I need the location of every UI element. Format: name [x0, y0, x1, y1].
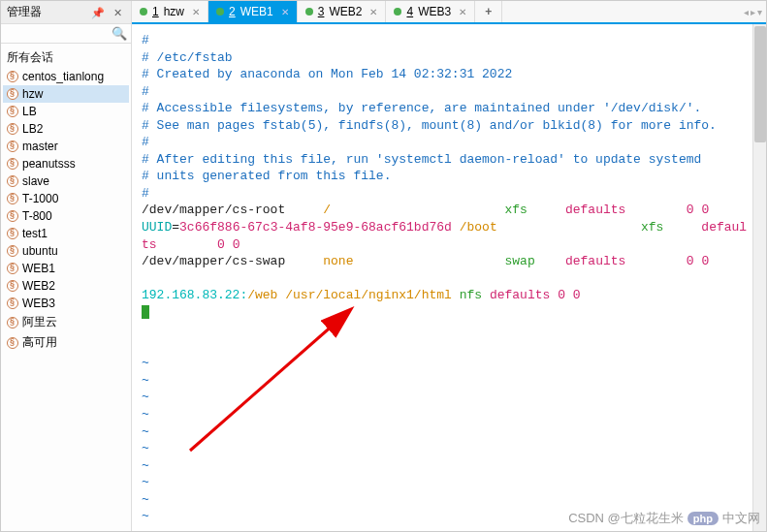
tilde-line: ~: [142, 424, 149, 439]
root-defaults: defaults: [565, 203, 625, 217]
search-row: 🔍: [1, 24, 131, 44]
nfs-ip: 192.168.83.22:: [142, 288, 247, 302]
host-icon: [7, 158, 18, 170]
boot-defaults: defaul: [701, 220, 747, 235]
sidebar-item-label: LB2: [22, 122, 43, 136]
host-icon: [7, 106, 18, 117]
sidebar-item[interactable]: ubuntu: [3, 242, 129, 260]
swap-fs: swap: [505, 254, 535, 268]
swap-dump: 0: [687, 254, 694, 268]
sidebar-item[interactable]: T-1000: [3, 190, 129, 207]
tab-bar: 1 hzw✕2 WEB1✕3 WEB2✕4 WEB3✕ + ◂ ▸ ▾: [132, 1, 766, 24]
sidebar-item-label: test1: [22, 227, 48, 240]
host-icon: [7, 123, 18, 135]
root-device: /dev/mapper/cs-root: [142, 203, 285, 217]
sidebar-item[interactable]: WEB1: [3, 260, 129, 277]
sidebar-item[interactable]: WEB2: [3, 277, 129, 295]
sidebar-item-label: T-800: [22, 209, 52, 223]
sidebar-item[interactable]: hzw: [3, 85, 129, 103]
boot-dump: 0: [217, 237, 225, 252]
status-dot-icon: [140, 8, 147, 16]
terminal-scrollbar[interactable]: [752, 24, 766, 531]
host-icon: [7, 280, 18, 292]
root-mount: /: [323, 203, 331, 217]
tab-label: WEB1: [240, 5, 273, 18]
session-sidebar: 管理器 📌 ✕ 🔍 所有会话 centos_tianlonghzwLBLB2ma…: [1, 1, 132, 531]
tilde-line: ~: [142, 441, 149, 455]
swap-pass: 0: [701, 254, 709, 268]
tab-close-icon[interactable]: ✕: [278, 7, 289, 17]
comment-line: # See man pages fstab(5), findfs(8), mou…: [142, 118, 717, 133]
sidebar-item[interactable]: peanutsss: [3, 155, 129, 172]
status-dot-icon: [216, 8, 224, 16]
sidebar-item-label: centos_tianlong: [22, 70, 104, 83]
comment-line: #: [142, 186, 149, 201]
sidebar-item-label: 高可用: [22, 334, 57, 351]
sidebar-item-label: T-1000: [22, 192, 58, 205]
tab-number: 3: [318, 5, 325, 18]
terminal-view[interactable]: # # /etc/fstab # Created by anaconda on …: [132, 24, 766, 531]
tab-close-icon[interactable]: ✕: [456, 7, 466, 17]
tab-close-icon[interactable]: ✕: [189, 7, 200, 17]
sidebar-item[interactable]: slave: [3, 172, 129, 190]
sidebar-item-label: 阿里云: [22, 314, 57, 330]
tilde-line: ~: [142, 492, 149, 507]
sidebar-item[interactable]: master: [3, 138, 129, 155]
cn-watermark: 中文网: [722, 510, 760, 527]
tilde-line: ~: [142, 390, 149, 404]
scrollbar-thumb[interactable]: [754, 26, 766, 142]
cursor: [142, 305, 149, 319]
sidebar-item-label: WEB3: [22, 297, 55, 310]
tree-root-label[interactable]: 所有会话: [3, 47, 129, 68]
sidebar-item[interactable]: LB: [3, 103, 129, 120]
tab[interactable]: 2 WEB1✕: [208, 1, 298, 22]
uuid-value: 3c66f886-67c3-4af8-95e9-68acf61bd76d: [179, 220, 452, 235]
php-badge: php: [687, 512, 719, 525]
session-tree[interactable]: 所有会话 centos_tianlonghzwLBLB2masterpeanut…: [1, 44, 131, 531]
pin-icon[interactable]: 📌: [88, 7, 108, 18]
sidebar-item[interactable]: 阿里云: [3, 312, 129, 332]
comment-line: # Accessible filesystems, by reference, …: [142, 101, 701, 115]
sidebar-item-label: slave: [22, 174, 49, 188]
swap-defaults: defaults: [565, 254, 625, 268]
tilde-line: ~: [142, 407, 149, 422]
comment-line: #: [142, 135, 149, 149]
boot-pass: 0: [233, 237, 240, 252]
csdn-watermark: CSDN @七粒花生米: [568, 510, 684, 527]
tab-nav: ◂ ▸ ▾: [740, 1, 766, 22]
sidebar-item[interactable]: WEB3: [3, 295, 129, 312]
status-dot-icon: [394, 8, 401, 16]
tilde-line: ~: [142, 356, 149, 370]
tilde-line: ~: [142, 458, 149, 473]
tab-menu-icon[interactable]: ▾: [757, 7, 762, 17]
sidebar-item[interactable]: centos_tianlong: [3, 68, 129, 85]
tab[interactable]: 3 WEB2✕: [298, 1, 387, 22]
sidebar-item-label: ubuntu: [22, 244, 58, 258]
nfs-defaults: defaults: [490, 288, 550, 302]
sidebar-item[interactable]: T-800: [3, 207, 129, 225]
sidebar-item[interactable]: 高可用: [3, 332, 129, 353]
tab-prev-icon[interactable]: ◂: [744, 7, 749, 17]
sidebar-item[interactable]: LB2: [3, 120, 129, 138]
status-dot-icon: [305, 8, 313, 16]
comment-line: # /etc/fstab: [142, 50, 233, 65]
sidebar-item-label: LB: [22, 105, 37, 118]
new-tab-button[interactable]: +: [475, 1, 502, 22]
host-icon: [7, 297, 18, 309]
host-icon: [7, 210, 18, 222]
tab[interactable]: 1 hzw✕: [132, 1, 208, 22]
sidebar-header: 管理器 📌 ✕: [1, 1, 131, 24]
sidebar-close-icon[interactable]: ✕: [111, 7, 125, 18]
tab-close-icon[interactable]: ✕: [367, 7, 377, 17]
host-icon: [7, 175, 18, 187]
watermark: CSDN @七粒花生米 php 中文网: [568, 510, 760, 527]
app-window: 管理器 📌 ✕ 🔍 所有会话 centos_tianlonghzwLBLB2ma…: [0, 0, 767, 532]
root-fs: xfs: [505, 203, 527, 217]
sidebar-item[interactable]: test1: [3, 225, 129, 242]
search-icon[interactable]: 🔍: [112, 26, 127, 41]
tab[interactable]: 4 WEB3✕: [386, 1, 475, 22]
sidebar-item-label: peanutsss: [22, 157, 76, 171]
tab-next-icon[interactable]: ▸: [751, 7, 755, 17]
host-icon: [7, 193, 18, 204]
sidebar-item-label: hzw: [22, 87, 43, 101]
